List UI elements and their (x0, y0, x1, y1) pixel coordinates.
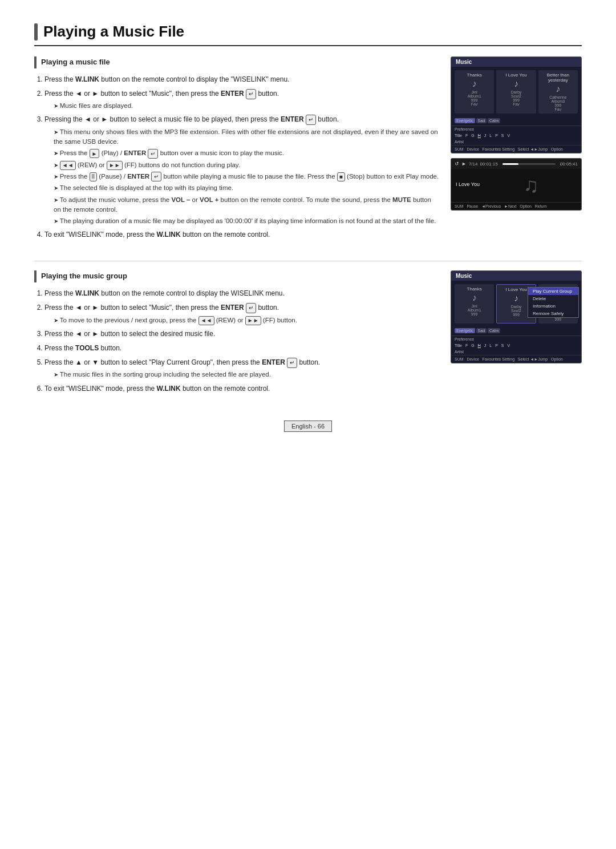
playing-screen: ↺ ► 7/14 00:01:15 00:05:41 I Love You ♫ … (451, 158, 582, 211)
page-title: Playing a Music File (34, 23, 582, 46)
list-item: Press the W.LINK button on the remote co… (44, 74, 439, 85)
note: To move to the previous / next group, pr… (44, 316, 439, 325)
footer-page-label: English - 66 (284, 421, 332, 432)
footer: English - 66 (34, 421, 582, 432)
music-note-icon: ♪ (457, 79, 492, 89)
track-counter: 7/14 (469, 161, 478, 167)
note: ◄◄ (REW) or ►► (FF) buttons do not funct… (44, 160, 439, 170)
section1-title: Playing a music file (34, 56, 439, 68)
preference-label: Preference (451, 126, 581, 132)
list-item: To exit "WISELINK" mode, press the W.LIN… (44, 383, 439, 394)
music-note-icon: ♪ (541, 84, 576, 94)
progress-fill (502, 163, 518, 165)
context-menu-item-remove[interactable]: Remove Safely (528, 310, 578, 317)
list-item: Press the ▲ or ▼ button to select "Play … (44, 357, 439, 379)
music-card2-thanks: Thanks ♪ JiniAlbum1999 (455, 284, 494, 324)
music-screen-title: Music (451, 57, 581, 67)
list-item: Press the ◄ or ► button to select "Music… (44, 302, 439, 325)
music-nav-bar: SUM Device Favourites Setting Select ◄►J… (451, 145, 581, 153)
music-screen2-title: Music (451, 271, 581, 281)
section1-instructions: Playing a music file Press the W.LINK bu… (34, 56, 439, 244)
playing-top-bar: ↺ ► 7/14 00:01:15 00:05:41 (451, 159, 581, 169)
note: The music files in the sorting group inc… (44, 370, 439, 379)
total-time: 00:05:41 (560, 161, 578, 167)
note: The playing duration of a music file may… (44, 216, 439, 226)
current-time: 00:01:15 (480, 161, 498, 167)
section1-steps: Press the W.LINK button on the remote co… (34, 74, 439, 241)
music-nav-bar-2: SUM Device Favourites Setting Select ◄►J… (451, 355, 581, 363)
section2-screenshots: Music Thanks ♪ JiniAlbum1999 I Love You … (451, 270, 582, 397)
music-note-large-icon: ♫ (485, 173, 577, 197)
context-menu: Play Current Group Delete Information Re… (528, 287, 579, 318)
note: The selected file is displayed at the to… (44, 183, 439, 193)
repeat-icon: ↺ (455, 161, 459, 167)
playing-track-title: I Love You (456, 181, 480, 187)
context-menu-item-info[interactable]: Information (528, 302, 578, 310)
note: Music files are displayed. (44, 101, 439, 111)
list-item: Press the W.LINK button on the remote co… (44, 288, 439, 299)
progress-bar (502, 163, 556, 165)
music-filter-bar-2: Title F G H J L P S V (451, 342, 581, 349)
music-note-icon: ♪ (499, 79, 533, 89)
note: This menu only shows files with the MP3 … (44, 127, 439, 147)
section2-steps: Press the W.LINK button on the remote co… (34, 288, 439, 394)
music-note-icon: ♪ (457, 293, 492, 303)
play-icon: ► (461, 161, 467, 167)
artist-row: Artist (451, 139, 581, 145)
music-browser-screen: Music Thanks ♪ JiniAlbum1999Fav I Love Y… (451, 56, 582, 153)
section-divider (34, 261, 582, 261)
section2-title: Playing the music group (34, 270, 439, 282)
artist-row-2: Artist (451, 349, 581, 355)
context-menu-item-delete[interactable]: Delete (528, 295, 578, 302)
section2-instructions: Playing the music group Press the W.LINK… (34, 270, 439, 397)
music-card-thanks: Thanks ♪ JiniAlbum1999Fav (455, 70, 494, 114)
music-mood-tags: Energetic Sad Calm (451, 117, 581, 124)
music-browser-screen-2: Music Thanks ♪ JiniAlbum1999 I Love You … (451, 270, 582, 363)
note: Press the ► (Play) / ENTER ↵ button over… (44, 148, 439, 158)
music-card-better: Better than yesterday ♪ CatherineAlbum39… (538, 70, 578, 114)
music-card-grid: Thanks ♪ JiniAlbum1999Fav I Love You ♪ D… (451, 67, 581, 117)
list-item: To exit "WISELINK" mode, press the W.LIN… (44, 229, 439, 240)
playing-main-area: I Love You ♫ (451, 169, 581, 202)
playing-nav-bar: SUM Pause ◄Previous ►Next Option Return (451, 202, 581, 210)
list-item: Press the ◄ or ► button to select the de… (44, 329, 439, 339)
music-filter-bar: Title F G H J L P S V (451, 132, 581, 139)
screenshots-panel: Music Thanks ♪ JiniAlbum1999Fav I Love Y… (451, 56, 582, 244)
note: To adjust the music volume, press the VO… (44, 195, 439, 215)
preference-label-2: Preference (451, 335, 581, 342)
music-card-iloveyou: I Love You ♪ DarbySoul2999Fav (496, 70, 536, 114)
list-item: Press the TOOLS button. (44, 343, 439, 354)
music-mood-tags-2: Energetic Sad Calm (451, 327, 581, 334)
note: Press the II (Pause) / ENTER ↵ button wh… (44, 172, 439, 181)
context-menu-item-play[interactable]: Play Current Group (528, 288, 578, 295)
list-item: Pressing the ◄ or ► button to select a m… (44, 114, 439, 226)
list-item: Press the ◄ or ► button to select "Music… (44, 88, 439, 111)
